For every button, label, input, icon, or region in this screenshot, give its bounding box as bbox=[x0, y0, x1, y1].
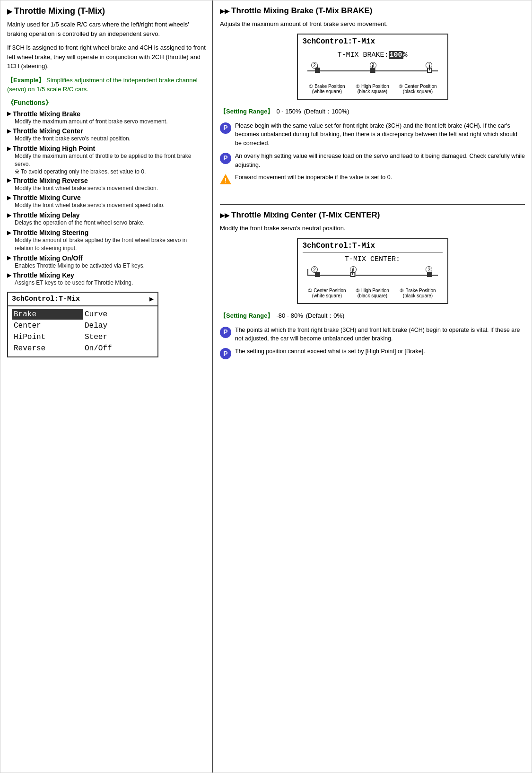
func-item-highpoint: Throttle Mixing High Point Modify the ma… bbox=[7, 145, 206, 175]
center-section-title: Throttle Mixing Center (T-Mix CENTER) bbox=[220, 210, 525, 220]
func-title-center: Throttle Mixing Center bbox=[7, 127, 206, 135]
func-desc-reverse: Modify the front wheel brake servo's mov… bbox=[15, 184, 206, 192]
func-item-key: Throttle Mixing Key Assigns ET keys to b… bbox=[7, 271, 206, 287]
brake-section-title: Throttle Mixing Brake (T-Mix BRAKE) bbox=[220, 6, 525, 16]
func-title-key: Throttle Mixing Key bbox=[7, 271, 206, 279]
bottom-right-section: Throttle Mixing Center (T-Mix CENTER) Mo… bbox=[220, 210, 525, 359]
func-item-onoff: Throttle Mixing On/Off Enables Throttle … bbox=[7, 254, 206, 270]
center-ctrl-title: 3chControl:T-Mix bbox=[303, 242, 443, 252]
menu-item-steer[interactable]: Steer bbox=[83, 332, 154, 342]
p-icon-3: P bbox=[220, 327, 231, 338]
brake-setting-range: 【Setting Range】 0 - 150% (Default：100%) bbox=[220, 104, 525, 118]
func-item-brake: Throttle Mixing Brake Modify the maximum… bbox=[7, 110, 206, 126]
center-ctrl-box: 3chControl:T-Mix T-MIX CENTER: 2 1 bbox=[297, 238, 448, 304]
brake-ctrl-title: 3chControl:T-Mix bbox=[303, 37, 443, 48]
menu-item-hipoint[interactable]: HiPoint bbox=[12, 332, 83, 342]
right-column: Throttle Mixing Brake (T-Mix BRAKE) Adju… bbox=[213, 0, 532, 773]
func-title-reverse: Throttle Mixing Reverse bbox=[7, 177, 206, 184]
brake-notice-1: P Please begin with the same value set f… bbox=[220, 122, 525, 148]
func-desc-brake: Modify the maximum amount of front brake… bbox=[15, 118, 206, 126]
menu-item-delay[interactable]: Delay bbox=[83, 321, 154, 331]
menu-title: 3chControl:T-Mix bbox=[12, 295, 80, 303]
brake-notice-text-3: Forward movement will be inoperable if t… bbox=[235, 173, 392, 182]
center-setting-range: 【Setting Range】 -80 - 80% (Default：0%) bbox=[220, 309, 525, 322]
func-desc-key: Assigns ET keys to be used for Throttle … bbox=[15, 279, 206, 287]
brake-desc: Adjusts the maximum amount of front brak… bbox=[220, 19, 525, 29]
func-item-reverse: Throttle Mixing Reverse Modify the front… bbox=[7, 177, 206, 192]
brake-notice-3: ! Forward movement will be inoperable if… bbox=[220, 173, 525, 187]
brake-slider: 2 3 1 bbox=[307, 63, 438, 82]
brake-ctrl-value: T-MIX BRAKE:100% bbox=[303, 51, 443, 59]
func-item-center: Throttle Mixing Center Modify the front … bbox=[7, 127, 206, 143]
functions-header: 《Functions》 bbox=[7, 99, 206, 107]
center-notice-2: P The setting position cannot exceed wha… bbox=[220, 347, 525, 359]
brake-pos-labels: ① Brake Position(white square) ② High Po… bbox=[305, 84, 441, 94]
func-title-delay: Throttle Mixing Delay bbox=[7, 211, 206, 219]
func-title-onoff: Throttle Mixing On/Off bbox=[7, 254, 206, 262]
center-desc: Modify the front brake servo's neutral p… bbox=[220, 224, 525, 233]
menu-grid: Brake Curve Center Delay HiPoint Steer R… bbox=[8, 306, 157, 356]
top-right-section: Throttle Mixing Brake (T-Mix BRAKE) Adju… bbox=[220, 6, 525, 196]
center-pos-labels: ① Center Position(white square) ② High P… bbox=[305, 288, 441, 298]
func-desc-center: Modify the front brake servo's neutral p… bbox=[15, 135, 206, 143]
center-ctrl-value: T-MIX CENTER: bbox=[303, 255, 443, 263]
intro-text: Mainly used for 1/5 scale R/C cars where… bbox=[7, 20, 206, 38]
center-notice-text-1: The points at which the front right brak… bbox=[235, 326, 525, 344]
warning-triangle-icon: ! bbox=[220, 174, 231, 187]
menu-box-header: 3chControl:T-Mix ▶ bbox=[8, 293, 157, 306]
section-divider bbox=[220, 204, 525, 205]
p-icon-1: P bbox=[220, 122, 231, 134]
func-title-steering: Throttle Mixing Steering bbox=[7, 229, 206, 236]
menu-item-curve[interactable]: Curve bbox=[83, 309, 154, 320]
func-item-steering: Throttle Mixing Steering Modify the amou… bbox=[7, 229, 206, 252]
func-desc-onoff: Enables Throttle Mixing to be activated … bbox=[15, 262, 206, 270]
func-title-brake: Throttle Mixing Brake bbox=[7, 110, 206, 118]
brake-ctrl-box: 3chControl:T-Mix T-MIX BRAKE:100% 2 3 bbox=[297, 34, 448, 100]
left-column: Throttle Mixing (T-Mix) Mainly used for … bbox=[0, 0, 213, 773]
func-title-highpoint: Throttle Mixing High Point bbox=[7, 145, 206, 152]
brake-notice-text-1: Please begin with the same value set for… bbox=[235, 122, 525, 148]
func-item-curve: Throttle Mixing Curve Modify the front w… bbox=[7, 194, 206, 209]
svg-text:!: ! bbox=[225, 177, 227, 184]
main-title: Throttle Mixing (T-Mix) bbox=[7, 6, 206, 16]
brake-value-highlight: 100 bbox=[389, 51, 403, 59]
center-notice-text-2: The setting position cannot exceed what … bbox=[235, 347, 425, 356]
func-desc-steering: Modify the amount of brake applied by th… bbox=[15, 236, 206, 252]
func-desc-curve: Modify the front wheel brake servo's mov… bbox=[15, 201, 206, 209]
intro-text-2: If 3CH is assigned to front right wheel … bbox=[7, 43, 206, 71]
menu-item-reverse[interactable]: Reverse bbox=[12, 343, 83, 354]
p-icon-2: P bbox=[220, 153, 231, 164]
menu-item-brake[interactable]: Brake bbox=[12, 309, 83, 320]
func-title-curve: Throttle Mixing Curve bbox=[7, 194, 206, 201]
center-notice-1: P The points at which the front right br… bbox=[220, 326, 525, 344]
center-slider: 2 1 3 bbox=[307, 267, 438, 286]
p-icon-4: P bbox=[220, 348, 231, 359]
brake-notice-2: P An overly high setting value will incr… bbox=[220, 152, 525, 170]
menu-box: 3chControl:T-Mix ▶ Brake Curve Center De… bbox=[7, 292, 158, 357]
brake-notice-text-2: An overly high setting value will increa… bbox=[235, 152, 525, 170]
example-box: 【Example】 Simplifies adjustment of the i… bbox=[7, 76, 206, 94]
func-desc-delay: Delays the operation of the front wheel … bbox=[15, 219, 206, 227]
func-note-highpoint: ※ To avoid operating only the brakes, se… bbox=[15, 168, 206, 175]
menu-item-center[interactable]: Center bbox=[12, 321, 83, 331]
func-desc-highpoint: Modify the maximum amount of throttle to… bbox=[15, 152, 206, 168]
menu-item-onoff[interactable]: On/Off bbox=[83, 343, 154, 354]
func-item-delay: Throttle Mixing Delay Delays the operati… bbox=[7, 211, 206, 227]
menu-arrow: ▶ bbox=[149, 295, 154, 304]
